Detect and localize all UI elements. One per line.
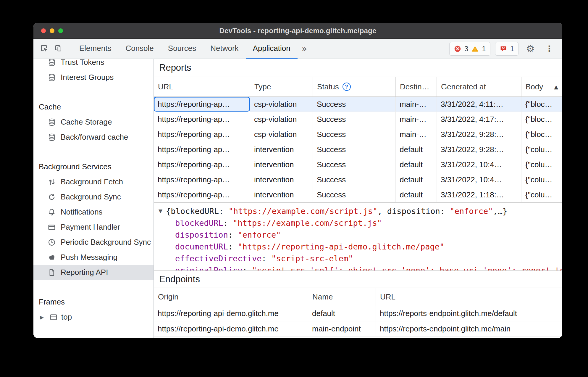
sidebar-item-trust-tokens[interactable]: Trust Tokens — [33, 59, 154, 70]
cell-body[interactable]: {"bloc… — [521, 127, 562, 142]
inspect-element-button[interactable] — [38, 42, 52, 56]
column-header-generated-at[interactable]: Generated at — [437, 77, 521, 96]
report-row[interactable]: https://reporting-ap…csp-violationSucces… — [154, 97, 562, 112]
customize-devtools-button[interactable]: ⋮ — [542, 42, 556, 56]
minimize-window-button[interactable] — [50, 28, 54, 33]
toggle-device-toolbar-button[interactable] — [52, 42, 66, 56]
endpoint-row[interactable]: https://reporting-api-demo.glitch.memain… — [154, 321, 562, 337]
cell-origin[interactable]: https://reporting-api-demo.glitch.me — [154, 321, 308, 337]
cell-destination[interactable]: default — [395, 157, 437, 172]
cell-body[interactable]: {"bloc… — [521, 112, 562, 127]
cell-destination[interactable]: default — [395, 172, 437, 187]
zoom-window-button[interactable] — [58, 28, 63, 33]
cell-generated-at[interactable]: 3/31/2022, 10:4… — [437, 172, 521, 187]
column-header-url[interactable]: URL — [376, 288, 562, 306]
sidebar-item-top[interactable]: ▶top — [33, 310, 154, 325]
cell-status[interactable]: Success — [313, 157, 395, 172]
cell-destination[interactable]: default — [395, 187, 437, 202]
cell-generated-at[interactable]: 3/31/2022, 10:4… — [437, 157, 521, 172]
cell-origin[interactable]: https://reporting-api-demo.glitch.me — [154, 306, 308, 321]
cell-destination[interactable]: default — [395, 142, 437, 157]
report-row[interactable]: https://reporting-ap…interventionSuccess… — [154, 157, 562, 172]
sidebar-item-periodic-background-sync[interactable]: Periodic Background Sync — [33, 235, 154, 250]
cell-status[interactable]: Success — [313, 112, 395, 127]
cell-status[interactable]: Success — [313, 142, 395, 157]
cell-type[interactable]: intervention — [250, 142, 313, 157]
tab-console[interactable]: Console — [118, 39, 161, 59]
tab-elements[interactable]: Elements — [72, 39, 118, 59]
report-row[interactable]: https://reporting-ap…csp-violationSucces… — [154, 127, 562, 142]
cell-name[interactable]: default — [308, 306, 376, 321]
cell-url[interactable]: https://reports-endpoint.glitch.me/main — [376, 321, 562, 337]
preview-property-line[interactable]: disposition: "enforce" — [154, 229, 562, 241]
cell-body[interactable]: {"colu… — [521, 172, 562, 187]
sidebar-item-reporting-api[interactable]: Reporting API — [33, 265, 154, 280]
chevron-right-icon[interactable]: ▶ — [40, 314, 46, 320]
cell-url[interactable]: https://reporting-ap… — [154, 112, 250, 127]
cell-body[interactable]: {"colu… — [521, 187, 562, 202]
cell-generated-at[interactable]: 3/31/2022, 1:18:… — [437, 187, 521, 202]
tab-application[interactable]: Application — [246, 39, 298, 59]
sidebar-item-background-fetch[interactable]: Background Fetch — [33, 174, 154, 189]
settings-button[interactable]: ⚙ — [523, 42, 537, 56]
console-messages-button[interactable]: 3 1 — [449, 42, 490, 56]
cell-type[interactable]: csp-violation — [250, 97, 313, 112]
cell-destination[interactable]: main-… — [395, 112, 437, 127]
column-header-url[interactable]: URL — [154, 77, 250, 96]
tab-network[interactable]: Network — [203, 39, 245, 59]
cell-type[interactable]: csp-violation — [250, 127, 313, 142]
cell-url[interactable]: https://reports-endpoint.glitch.me/defau… — [376, 306, 562, 321]
cell-destination[interactable]: main-… — [395, 127, 437, 142]
more-tabs-button[interactable]: » — [298, 44, 311, 53]
sidebar-item-push-messaging[interactable]: Push Messaging — [33, 250, 154, 265]
sidebar-section-frames[interactable]: Frames — [33, 294, 154, 310]
issues-button[interactable]: 1 — [495, 42, 518, 56]
cell-status[interactable]: Success — [313, 172, 395, 187]
endpoint-row[interactable]: https://reporting-api-demo.glitch.medefa… — [154, 306, 562, 321]
tab-sources[interactable]: Sources — [161, 39, 203, 59]
cell-status[interactable]: Success — [313, 127, 395, 142]
cell-url[interactable]: https://reporting-ap… — [154, 97, 250, 112]
status-help-icon[interactable]: ? — [343, 83, 351, 91]
cell-name[interactable]: main-endpoint — [308, 321, 376, 337]
preview-property-line[interactable]: documentURL: "https://reporting-api-demo… — [154, 241, 562, 252]
cell-body[interactable]: {"colu… — [521, 157, 562, 172]
cell-status[interactable]: Success — [313, 187, 395, 202]
preview-property-line[interactable]: blockedURL: "https://example.com/script.… — [154, 217, 562, 229]
cell-body[interactable]: {"colu… — [521, 142, 562, 157]
report-row[interactable]: https://reporting-ap…interventionSuccess… — [154, 142, 562, 157]
disclosure-triangle-icon[interactable]: ▼ — [159, 208, 162, 214]
column-header-body[interactable]: Body▲ — [521, 77, 562, 96]
report-row[interactable]: https://reporting-ap…interventionSuccess… — [154, 187, 562, 202]
cell-generated-at[interactable]: 3/31/2022, 4:17:… — [437, 112, 521, 127]
cell-body[interactable]: {"bloc… — [521, 97, 562, 112]
sidebar-item-interest-groups[interactable]: Interest Groups — [33, 70, 154, 85]
cell-url[interactable]: https://reporting-ap… — [154, 157, 250, 172]
cell-url[interactable]: https://reporting-ap… — [154, 172, 250, 187]
cell-url[interactable]: https://reporting-ap… — [154, 127, 250, 142]
cell-type[interactable]: csp-violation — [250, 112, 313, 127]
column-header-type[interactable]: Type — [250, 77, 313, 96]
cell-type[interactable]: intervention — [250, 172, 313, 187]
preview-property-line[interactable]: effectiveDirective: "script-src-elem" — [154, 252, 562, 264]
close-window-button[interactable] — [41, 28, 46, 33]
column-header-name[interactable]: Name — [308, 288, 376, 306]
sidebar-item-background-sync[interactable]: Background Sync — [33, 189, 154, 204]
window-titlebar[interactable]: DevTools - reporting-api-demo.glitch.me/… — [33, 23, 562, 39]
sort-ascending-icon[interactable]: ▲ — [552, 84, 558, 90]
sidebar-section-cache[interactable]: Cache — [33, 99, 154, 115]
column-header-destin[interactable]: Destin… — [395, 77, 437, 96]
cell-status[interactable]: Success — [313, 97, 395, 112]
cell-generated-at[interactable]: 3/31/2022, 9:28:… — [437, 127, 521, 142]
preview-property-line-clipped[interactable]: originalPolicy: "script-src 'self'; obje… — [154, 264, 562, 270]
sidebar-section-background-services[interactable]: Background Services — [33, 159, 154, 174]
report-row[interactable]: https://reporting-ap…csp-violationSucces… — [154, 112, 562, 127]
cell-url[interactable]: https://reporting-ap… — [154, 142, 250, 157]
column-header-origin[interactable]: Origin — [154, 288, 308, 306]
cell-url[interactable]: https://reporting-ap… — [154, 187, 250, 202]
cell-generated-at[interactable]: 3/31/2022, 9:28:… — [437, 142, 521, 157]
sidebar-item-cache-storage[interactable]: Cache Storage — [33, 115, 154, 130]
preview-summary-line[interactable]: ▼{blockedURL: "https://example.com/scrip… — [154, 205, 562, 217]
cell-type[interactable]: intervention — [250, 157, 313, 172]
column-header-status[interactable]: Status? — [313, 77, 395, 96]
